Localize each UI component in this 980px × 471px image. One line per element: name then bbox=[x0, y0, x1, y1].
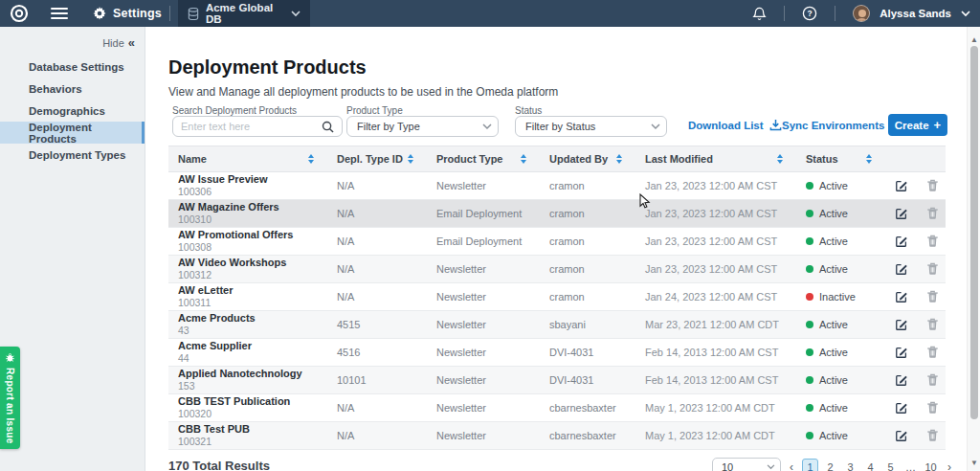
page-number[interactable]: 1 bbox=[802, 459, 818, 471]
search-input[interactable] bbox=[181, 121, 322, 132]
delete-icon[interactable] bbox=[926, 262, 939, 276]
delete-icon[interactable] bbox=[926, 290, 939, 303]
status-label: Active bbox=[819, 430, 848, 441]
omeda-logo-icon[interactable] bbox=[9, 3, 30, 24]
status-dot bbox=[806, 237, 813, 245]
delete-icon[interactable] bbox=[926, 318, 939, 331]
prev-page-chevron[interactable]: ‹ bbox=[787, 460, 796, 471]
sort-icon[interactable] bbox=[777, 154, 783, 164]
sync-environments-link[interactable]: Sync Environments bbox=[782, 119, 903, 131]
table-row[interactable]: AW Magazine Offers 100310 N/A Email Depl… bbox=[168, 200, 946, 228]
table-row[interactable]: AW Video Workshops 100312 N/A Newsletter… bbox=[168, 256, 946, 283]
download-list-link[interactable]: Download List bbox=[688, 119, 782, 131]
table-row[interactable]: Acme Supplier 44 4516 Newsletter DVI-403… bbox=[168, 339, 946, 367]
edit-icon[interactable] bbox=[895, 179, 908, 192]
sort-icon[interactable] bbox=[521, 154, 526, 164]
product-id: 100308 bbox=[178, 241, 212, 254]
hide-sidebar-button[interactable]: Hide « bbox=[102, 35, 135, 50]
column-header-status[interactable]: Status bbox=[796, 146, 885, 171]
hamburger-menu-icon[interactable] bbox=[51, 8, 68, 19]
updated-by-cell: cramon bbox=[540, 172, 635, 199]
search-icon[interactable] bbox=[322, 121, 334, 133]
page-number[interactable]: 4 bbox=[862, 459, 879, 471]
status-dot bbox=[806, 321, 813, 328]
page-number[interactable]: 10 bbox=[923, 459, 939, 471]
search-field-label: Search Deployment Products bbox=[172, 105, 297, 116]
edit-icon[interactable] bbox=[895, 401, 908, 415]
user-avatar[interactable] bbox=[853, 5, 870, 22]
settings-nav[interactable]: Settings bbox=[93, 7, 162, 20]
actions-cell bbox=[885, 422, 946, 449]
delete-icon[interactable] bbox=[926, 235, 939, 248]
scrollbar-thumb[interactable] bbox=[970, 46, 978, 419]
edit-icon[interactable] bbox=[895, 346, 908, 359]
sidebar-item-behaviors[interactable]: Behaviors bbox=[0, 78, 145, 100]
updated-by-cell: cbarnesbaxter bbox=[540, 394, 635, 421]
page-number[interactable]: 3 bbox=[842, 459, 858, 471]
sidebar-item-deployment-types[interactable]: Deployment Types bbox=[0, 144, 145, 166]
page-number[interactable]: 5 bbox=[882, 459, 899, 471]
table-row[interactable]: AW Promotional Offers 100308 N/A Email D… bbox=[168, 228, 946, 256]
sort-icon[interactable] bbox=[308, 154, 314, 164]
delete-icon[interactable] bbox=[926, 373, 939, 387]
notifications-bell-icon[interactable] bbox=[752, 7, 767, 21]
user-menu-chevron-icon[interactable] bbox=[961, 11, 970, 17]
edit-icon[interactable] bbox=[895, 373, 908, 387]
edit-icon[interactable] bbox=[895, 207, 908, 220]
sidebar-item-deployment-products[interactable]: Deployment Products bbox=[0, 122, 145, 144]
delete-icon[interactable] bbox=[926, 346, 939, 359]
vertical-scrollbar[interactable]: ▲ ▼ bbox=[967, 27, 980, 471]
sort-icon[interactable] bbox=[408, 154, 413, 164]
scroll-up-arrow-icon[interactable]: ▲ bbox=[968, 33, 980, 46]
table-row[interactable]: AW Issue Preview 100306 N/A Newsletter c… bbox=[168, 172, 946, 200]
column-header-depl-type-id[interactable]: Depl. Type ID bbox=[327, 146, 427, 171]
sidebar-item-demographics[interactable]: Demographics bbox=[0, 100, 145, 122]
page-size-select[interactable]: 10 bbox=[712, 458, 781, 471]
table-row[interactable]: Acme Products 43 4515 Newsletter sbayani… bbox=[168, 311, 946, 339]
status-filter-select[interactable]: Filter by Status bbox=[515, 116, 667, 137]
edit-icon[interactable] bbox=[895, 262, 908, 276]
type-filter-select[interactable]: Filter by Type bbox=[346, 116, 499, 137]
product-id: 153 bbox=[178, 380, 195, 392]
product-id: 100310 bbox=[178, 213, 212, 226]
table-row[interactable]: Applied Nanotechnology 153 10101 Newslet… bbox=[168, 367, 946, 394]
edit-icon[interactable] bbox=[895, 429, 908, 442]
product-type-cell: Email Deployment bbox=[427, 228, 540, 255]
status-cell: Active bbox=[796, 200, 885, 227]
page-number[interactable]: … bbox=[902, 459, 919, 471]
product-name: AW eLetter bbox=[178, 284, 233, 298]
delete-icon[interactable] bbox=[926, 207, 939, 220]
column-header-name[interactable]: Name bbox=[168, 146, 327, 171]
scroll-down-arrow-icon[interactable]: ▼ bbox=[968, 456, 980, 469]
sort-icon[interactable] bbox=[866, 154, 872, 164]
edit-icon[interactable] bbox=[895, 290, 908, 303]
edit-icon[interactable] bbox=[895, 235, 908, 248]
column-header-updated-by[interactable]: Updated By bbox=[540, 146, 635, 171]
sidebar-item-label: Database Settings bbox=[29, 61, 124, 73]
database-selector[interactable]: Acme Global DB bbox=[178, 0, 310, 27]
report-issue-tab[interactable]: Report an Issue bbox=[0, 347, 20, 449]
status-dot bbox=[806, 432, 813, 439]
last-modified-cell: May 1, 2023 12:00 AM CDT bbox=[635, 394, 796, 421]
sort-icon[interactable] bbox=[616, 154, 622, 164]
next-page-chevron[interactable]: › bbox=[945, 460, 954, 471]
updated-by-cell: cramon bbox=[540, 256, 635, 282]
page-subtitle: View and Manage all deployment products … bbox=[168, 85, 558, 99]
delete-icon[interactable] bbox=[926, 401, 939, 415]
edit-icon[interactable] bbox=[895, 318, 908, 331]
column-header-product-type[interactable]: Product Type bbox=[427, 146, 540, 171]
table-row[interactable]: AW eLetter 100311 N/A Newsletter cramon … bbox=[168, 283, 946, 311]
database-icon bbox=[188, 8, 199, 20]
page-number[interactable]: 2 bbox=[822, 459, 838, 471]
delete-icon[interactable] bbox=[926, 429, 939, 442]
plus-icon: + bbox=[934, 118, 942, 132]
main-content: Deployment Products View and Manage all … bbox=[146, 27, 967, 471]
sidebar-item-database-settings[interactable]: Database Settings bbox=[0, 56, 145, 78]
product-type-cell: Newsletter bbox=[427, 283, 540, 310]
table-row[interactable]: CBB TEST Publication 100320 N/A Newslett… bbox=[168, 394, 946, 422]
column-header-last-modified[interactable]: Last Modified bbox=[635, 146, 796, 171]
help-icon[interactable]: ? bbox=[802, 6, 817, 21]
create-button[interactable]: Create + bbox=[888, 114, 947, 136]
delete-icon[interactable] bbox=[926, 179, 939, 192]
table-row[interactable]: CBB Test PUB 100321 N/A Newsletter cbarn… bbox=[168, 422, 946, 450]
